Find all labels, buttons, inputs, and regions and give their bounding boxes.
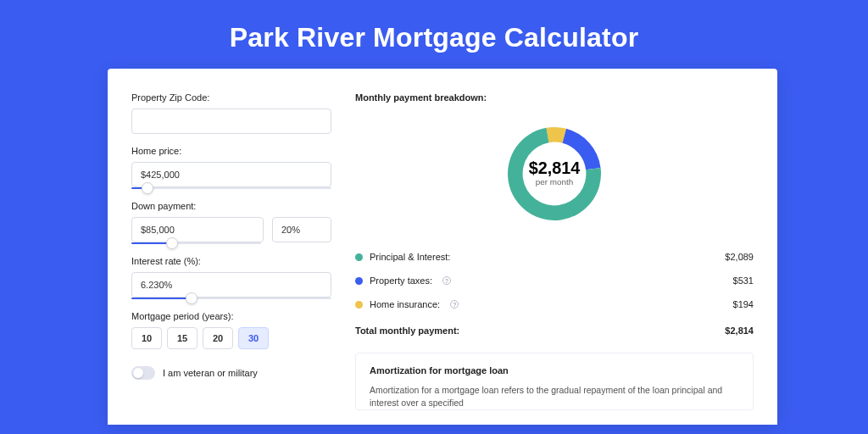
down-payment-slider-thumb[interactable]: [166, 237, 178, 249]
zip-input[interactable]: [131, 108, 331, 134]
down-payment-slider[interactable]: [131, 242, 261, 244]
legend-label: Property taxes:: [370, 275, 432, 286]
breakdown-title: Monthly payment breakdown:: [355, 92, 754, 103]
veteran-toggle[interactable]: [131, 366, 155, 380]
calculator-card: Property Zip Code: Home price: Down paym…: [108, 69, 777, 425]
interest-label: Interest rate (%):: [131, 256, 331, 266]
total-value: $2,814: [725, 326, 754, 336]
legend-value: $531: [733, 275, 754, 286]
period-option-30[interactable]: 30: [238, 327, 269, 349]
zip-group: Property Zip Code:: [131, 92, 331, 134]
toggle-knob: [133, 368, 143, 378]
legend-row-1: Property taxes:?$531: [355, 269, 754, 292]
info-icon[interactable]: ?: [450, 300, 459, 309]
period-options: 10152030: [131, 327, 331, 349]
total-row: Total monthly payment: $2,814: [355, 316, 754, 348]
down-payment-label: Down payment:: [131, 201, 331, 211]
down-payment-group: Down payment:: [131, 201, 331, 244]
down-payment-amount-input[interactable]: [131, 217, 264, 242]
legend-row-2: Home insurance:?$194: [355, 292, 754, 316]
home-price-slider-thumb[interactable]: [142, 182, 153, 194]
legend-dot-icon: [355, 277, 363, 285]
total-label: Total monthly payment:: [355, 326, 459, 336]
amortization-title: Amortization for mortgage loan: [370, 365, 739, 376]
donut-center-amount: $2,814: [529, 159, 581, 177]
home-price-group: Home price:: [131, 146, 331, 189]
interest-slider[interactable]: [131, 298, 331, 299]
legend-value: $2,089: [725, 252, 754, 262]
interest-slider-thumb[interactable]: [186, 292, 198, 304]
legend-label: Home insurance:: [370, 299, 440, 309]
legend-label: Principal & Interest:: [370, 252, 450, 262]
home-price-input[interactable]: [131, 162, 331, 187]
home-price-slider[interactable]: [131, 187, 331, 189]
legend-dot-icon: [355, 253, 363, 261]
home-price-label: Home price:: [131, 146, 331, 156]
veteran-row: I am veteran or military: [131, 366, 331, 380]
breakdown-panel: Monthly payment breakdown: $2,814 per mo…: [355, 92, 754, 425]
legend-row-0: Principal & Interest:$2,089: [355, 245, 754, 269]
legend-list: Principal & Interest:$2,089Property taxe…: [355, 245, 754, 316]
form-panel: Property Zip Code: Home price: Down paym…: [131, 92, 331, 425]
donut-svg: $2,814 per month: [498, 118, 610, 230]
down-payment-percent-input[interactable]: [272, 217, 331, 242]
zip-label: Property Zip Code:: [131, 92, 331, 103]
info-icon[interactable]: ?: [442, 276, 451, 285]
period-group: Mortgage period (years): 10152030: [131, 311, 331, 349]
donut-chart: $2,814 per month: [355, 114, 754, 245]
period-label: Mortgage period (years):: [131, 311, 331, 321]
veteran-label: I am veteran or military: [163, 368, 258, 378]
period-option-15[interactable]: 15: [167, 327, 198, 349]
legend-dot-icon: [355, 301, 363, 309]
period-option-20[interactable]: 20: [203, 327, 233, 349]
amortization-box: Amortization for mortgage loan Amortizat…: [355, 353, 754, 410]
interest-group: Interest rate (%):: [131, 256, 331, 299]
app: Park River Mortgage Calculator Property …: [0, 0, 868, 434]
interest-input[interactable]: [131, 272, 331, 298]
legend-value: $194: [733, 299, 754, 309]
period-option-10[interactable]: 10: [131, 327, 162, 349]
page-title: Park River Mortgage Calculator: [0, 0, 868, 69]
amortization-text: Amortization for a mortgage loan refers …: [370, 384, 739, 409]
donut-center-sub: per month: [536, 177, 574, 186]
